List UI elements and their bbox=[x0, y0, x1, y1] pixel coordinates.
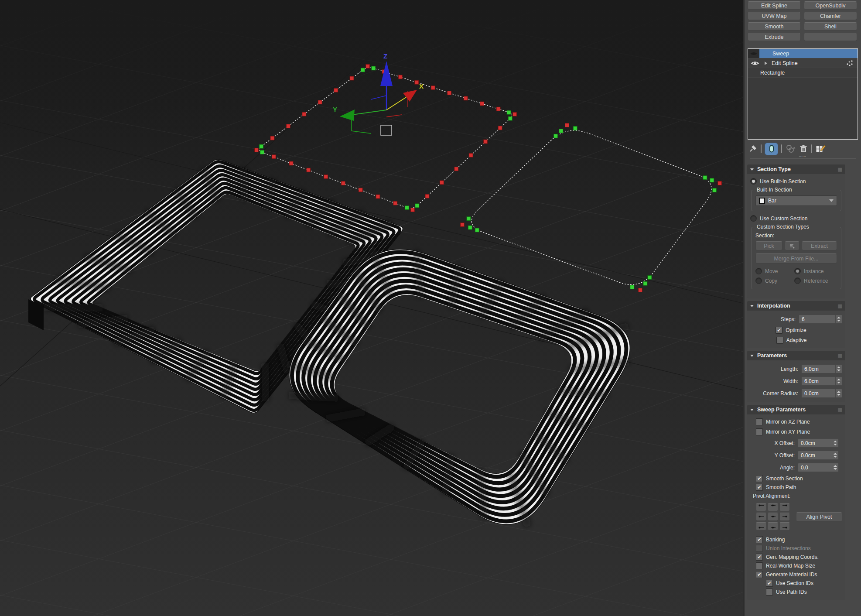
smooth-path-row[interactable]: Smooth Path bbox=[750, 484, 842, 491]
real-world-row[interactable]: Real-World Map Size bbox=[750, 562, 842, 569]
rollout-grip-icon[interactable]: ▦ bbox=[838, 353, 842, 359]
viewport-canvas[interactable]: ZXY bbox=[0, 0, 743, 616]
stack-empty-area[interactable] bbox=[748, 78, 858, 139]
modifier-button-smooth[interactable]: Smooth bbox=[748, 22, 801, 31]
checkbox-icon[interactable] bbox=[756, 571, 763, 578]
pin-stack-icon[interactable] bbox=[749, 144, 758, 153]
align-top-right-button[interactable] bbox=[779, 503, 790, 511]
mirror-xy-row[interactable]: Mirror on XY Plane bbox=[750, 428, 842, 435]
eye-open-icon[interactable] bbox=[751, 60, 759, 66]
show-end-result-button[interactable] bbox=[765, 143, 778, 155]
align-mid-right-button[interactable] bbox=[779, 513, 790, 521]
rollout-grip-icon[interactable]: ▦ bbox=[838, 407, 842, 413]
spinner-arrows[interactable] bbox=[832, 439, 838, 447]
checkbox-icon[interactable] bbox=[766, 589, 773, 595]
rollout-header-parameters[interactable]: Parameters ▦ bbox=[747, 351, 845, 360]
radio-instance[interactable]: Instance bbox=[794, 268, 837, 274]
optimize-checkbox-row[interactable]: Optimize bbox=[750, 327, 832, 334]
steps-spinner[interactable]: 6 bbox=[799, 315, 842, 324]
spinner-arrows[interactable] bbox=[835, 365, 842, 373]
checkbox-icon[interactable] bbox=[776, 337, 783, 344]
modifier-button-set: Edit Spline OpenSubdiv UVW Map Chamfer S… bbox=[745, 0, 861, 43]
checkbox-icon[interactable] bbox=[756, 536, 763, 543]
rollout-header-section-type[interactable]: Section Type ▦ bbox=[747, 164, 845, 174]
stack-item-sweep[interactable]: Sweep bbox=[748, 49, 858, 58]
stack-item-rectangle[interactable]: Rectangle bbox=[748, 68, 858, 78]
radio-icon[interactable] bbox=[794, 277, 801, 284]
radio-icon[interactable] bbox=[755, 277, 762, 284]
x-offset-spinner[interactable]: 0.0cm bbox=[798, 438, 839, 448]
rollout-header-interpolation[interactable]: Interpolation ▦ bbox=[747, 301, 845, 311]
use-section-ids-row[interactable]: Use Section IDs bbox=[750, 580, 842, 587]
align-top-center-button[interactable] bbox=[768, 503, 778, 511]
modifier-button-chamfer[interactable]: Chamfer bbox=[804, 12, 857, 20]
pick-list-button[interactable] bbox=[785, 241, 800, 250]
modifier-button-opensubdiv[interactable]: OpenSubdiv bbox=[804, 1, 857, 10]
radio-icon[interactable] bbox=[755, 268, 762, 274]
align-bottom-center-button[interactable] bbox=[768, 522, 778, 530]
align-bottom-left-button[interactable] bbox=[756, 522, 766, 530]
spinner-arrows[interactable] bbox=[835, 389, 842, 397]
toolbar-separator bbox=[811, 144, 812, 153]
align-center-button[interactable] bbox=[768, 513, 778, 521]
corner-radius-spinner[interactable]: 0.0cm bbox=[801, 389, 842, 398]
built-in-section-dropdown[interactable]: Bar bbox=[755, 195, 837, 206]
use-path-ids-row[interactable]: Use Path IDs bbox=[750, 589, 842, 595]
checkbox-icon[interactable] bbox=[756, 428, 763, 435]
expand-arrow-icon[interactable] bbox=[765, 62, 767, 65]
radio-reference[interactable]: Reference bbox=[794, 277, 837, 284]
align-bottom-right-button[interactable] bbox=[779, 522, 790, 530]
length-spinner[interactable]: 6.0cm bbox=[801, 364, 842, 373]
mirror-xz-row[interactable]: Mirror on XZ Plane bbox=[750, 418, 842, 425]
angle-spinner[interactable]: 0.0 bbox=[798, 463, 839, 472]
merge-from-file-button[interactable]: Merge From File... bbox=[755, 253, 837, 264]
checkbox-icon[interactable] bbox=[776, 327, 782, 334]
checkbox-icon[interactable] bbox=[756, 475, 763, 482]
spinner-arrows[interactable] bbox=[832, 463, 838, 472]
adaptive-checkbox-row[interactable]: Adaptive bbox=[750, 337, 833, 344]
panel-splitter-handle[interactable] bbox=[750, 158, 856, 162]
union-intersections-row[interactable]: Union Intersections bbox=[750, 545, 842, 552]
viewport-3d[interactable]: ZXY bbox=[0, 0, 743, 616]
radio-icon[interactable] bbox=[794, 268, 801, 274]
eye-closed-icon[interactable] bbox=[748, 49, 759, 58]
checkbox-icon[interactable] bbox=[756, 562, 763, 569]
radio-move[interactable]: Move bbox=[755, 268, 794, 274]
modifier-button-shell[interactable]: Shell bbox=[804, 22, 857, 31]
stack-item-edit-spline[interactable]: Edit Spline bbox=[748, 58, 858, 68]
align-top-left-button[interactable] bbox=[756, 503, 766, 511]
modifier-button-uvw-map[interactable]: UVW Map bbox=[748, 12, 801, 20]
rollout-grip-icon[interactable]: ▦ bbox=[838, 167, 842, 172]
extract-button[interactable]: Extract bbox=[802, 241, 837, 250]
pick-button[interactable]: Pick bbox=[755, 241, 782, 250]
width-spinner[interactable]: 6.0cm bbox=[801, 376, 842, 386]
radio-use-built-in[interactable]: Use Built-In Section bbox=[750, 178, 842, 185]
rollout-header-sweep-parameters[interactable]: Sweep Parameters ▦ bbox=[747, 405, 845, 414]
spinner-arrows[interactable] bbox=[835, 315, 842, 323]
spinner-arrows[interactable] bbox=[835, 377, 842, 385]
checkbox-icon[interactable] bbox=[756, 545, 763, 552]
smooth-section-row[interactable]: Smooth Section bbox=[750, 475, 842, 482]
checkbox-icon[interactable] bbox=[756, 418, 763, 425]
y-offset-spinner[interactable]: 0.0cm bbox=[798, 451, 839, 460]
generate-material-ids-row[interactable]: Generate Material IDs bbox=[750, 571, 842, 578]
checkbox-icon[interactable] bbox=[756, 484, 763, 491]
rollout-grip-icon[interactable]: ▦ bbox=[838, 303, 842, 309]
align-mid-left-button[interactable] bbox=[756, 513, 766, 521]
gen-mapping-row[interactable]: Gen. Mapping Coords. bbox=[750, 554, 842, 561]
modifier-button-edit-spline[interactable]: Edit Spline bbox=[748, 1, 801, 10]
remove-modifier-icon[interactable] bbox=[799, 144, 808, 154]
configure-modifier-sets-icon[interactable] bbox=[815, 144, 826, 154]
align-pivot-button[interactable]: Align Pivot bbox=[796, 512, 842, 522]
radio-use-custom[interactable]: Use Custom Section bbox=[750, 215, 842, 222]
modifier-button-empty[interactable] bbox=[804, 33, 857, 41]
checkbox-icon[interactable] bbox=[756, 554, 763, 561]
radio-icon[interactable] bbox=[750, 215, 757, 222]
modifier-button-extrude[interactable]: Extrude bbox=[748, 33, 801, 41]
banking-row[interactable]: Banking bbox=[750, 536, 842, 543]
make-unique-icon[interactable] bbox=[785, 144, 796, 154]
spinner-arrows[interactable] bbox=[832, 451, 838, 459]
checkbox-icon[interactable] bbox=[766, 580, 773, 587]
radio-icon[interactable] bbox=[750, 178, 757, 185]
radio-copy[interactable]: Copy bbox=[755, 277, 794, 284]
